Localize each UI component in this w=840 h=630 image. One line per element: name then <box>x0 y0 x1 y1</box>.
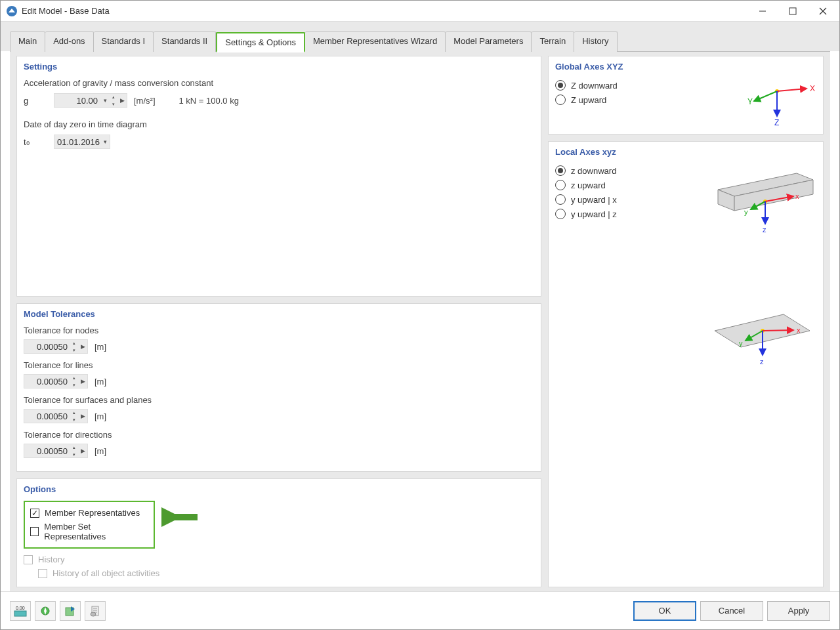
global-axes-panel: Global Axes XYZ Z downward Z upward <box>548 56 824 135</box>
tolerance-unit: [m] <box>94 411 106 421</box>
list-button[interactable] <box>85 601 106 621</box>
svg-rect-27 <box>14 611 26 616</box>
tab-add-ons[interactable]: Add-ons <box>45 32 93 52</box>
settings-panel: Settings Acceleration of gravity / mass … <box>16 56 541 297</box>
chevron-down-icon[interactable]: ▾ <box>100 138 110 145</box>
spin-up-icon[interactable]: ▴ <box>70 409 78 416</box>
svg-text:x: x <box>797 326 801 334</box>
global-axes-diagram: X Y Z <box>724 78 816 127</box>
highlight-annotation: Member Representatives Member Set Repres… <box>24 501 155 549</box>
svg-text:y: y <box>744 208 748 216</box>
options-panel: Options Member Representatives Member Se… <box>16 478 541 587</box>
local-axes-panel: Local Axes xyz z downward z upward y upw… <box>548 141 824 587</box>
footer: 0.00 OK Cancel Apply <box>1 591 839 629</box>
tolerance-unit: [m] <box>94 377 106 387</box>
spin-up-icon[interactable]: ▴ <box>70 374 78 381</box>
local-axes-beam-diagram: x y z <box>705 163 816 236</box>
svg-text:X: X <box>810 84 815 93</box>
tolerances-panel: Model Tolerances Tolerance for nodes0.00… <box>16 303 541 472</box>
global-axes-title: Global Axes XYZ <box>555 62 816 72</box>
export-button[interactable] <box>60 601 81 621</box>
local-z-downward-radio[interactable]: z downward <box>555 163 705 178</box>
tolerances-title: Model Tolerances <box>24 309 534 319</box>
play-icon[interactable]: ▶ <box>78 378 87 385</box>
svg-rect-2 <box>789 8 796 14</box>
t0-symbol: t₀ <box>24 137 38 147</box>
cancel-button[interactable]: Cancel <box>700 601 763 621</box>
gravity-label: Acceleration of gravity / mass conversio… <box>24 78 534 88</box>
play-icon[interactable]: ▶ <box>78 413 87 419</box>
svg-line-7 <box>777 89 807 91</box>
tabs-bar: MainAdd-onsStandards IStandards IISettin… <box>1 22 839 51</box>
tab-settings-options[interactable]: Settings & Options <box>216 32 305 52</box>
local-y-upward-x-radio[interactable]: y upward | x <box>555 192 705 207</box>
settings-title: Settings <box>24 62 534 72</box>
tab-standards-ii[interactable]: Standards II <box>154 32 216 52</box>
window-title: Edit Model - Base Data <box>22 6 747 16</box>
tab-standards-i[interactable]: Standards I <box>94 32 154 52</box>
settings-button[interactable] <box>35 601 56 621</box>
z-upward-radio[interactable]: Z upward <box>555 93 724 107</box>
tolerance-label: Tolerance for surfaces and planes <box>24 395 534 405</box>
local-axes-plane-diagram: x y z <box>555 301 816 373</box>
local-y-upward-z-radio[interactable]: y upward | z <box>555 207 705 221</box>
tolerance-input[interactable]: 0.00050▴▾▶ <box>24 339 88 354</box>
tolerance-input[interactable]: 0.00050▴▾▶ <box>24 374 88 388</box>
g-input[interactable]: 10.00 ▾ ▴▾ ▶ <box>54 93 127 108</box>
maximize-button[interactable] <box>778 1 808 21</box>
units-button[interactable]: 0.00 <box>10 601 31 621</box>
spin-down-icon[interactable]: ▾ <box>110 100 117 108</box>
local-axes-title: Local Axes xyz <box>555 147 816 157</box>
ok-button[interactable]: OK <box>633 601 696 621</box>
tab-history[interactable]: History <box>574 32 617 52</box>
apply-button[interactable]: Apply <box>767 601 830 621</box>
svg-text:y: y <box>739 339 743 347</box>
play-icon[interactable]: ▶ <box>78 343 87 350</box>
options-title: Options <box>24 484 534 494</box>
tolerance-input[interactable]: 0.00050▴▾▶ <box>24 444 88 458</box>
history-checkbox[interactable]: History <box>24 553 534 566</box>
titlebar: Edit Model - Base Data <box>1 1 839 22</box>
svg-text:0.00: 0.00 <box>16 606 25 610</box>
svg-text:z: z <box>763 226 766 234</box>
tab-member-representatives-wizard[interactable]: Member Representatives Wizard <box>305 32 446 52</box>
local-z-upward-radio[interactable]: z upward <box>555 178 705 192</box>
spin-up-icon[interactable]: ▴ <box>70 339 78 346</box>
tolerance-unit: [m] <box>94 446 106 456</box>
t0-input[interactable]: 01.01.2016 ▾ <box>54 135 110 149</box>
svg-text:Z: Z <box>774 118 779 127</box>
member-representatives-checkbox[interactable]: Member Representatives <box>30 506 148 520</box>
play-icon[interactable]: ▶ <box>117 97 127 104</box>
play-icon[interactable]: ▶ <box>78 448 87 454</box>
tab-main[interactable]: Main <box>10 32 45 52</box>
tab-terrain[interactable]: Terrain <box>532 32 574 52</box>
g-unit: [m/s²] <box>134 96 156 106</box>
tolerance-unit: [m] <box>94 342 106 352</box>
g-symbol: g <box>24 96 38 106</box>
history-all-checkbox[interactable]: History of all object activities <box>24 566 534 580</box>
chevron-down-icon[interactable]: ▾ <box>100 97 110 104</box>
minimize-button[interactable] <box>747 1 778 21</box>
g-conversion: 1 kN = 100.0 kg <box>179 96 239 106</box>
date-zero-label: Date of day zero in time diagram <box>24 119 534 129</box>
svg-line-9 <box>754 91 777 101</box>
tab-model-parameters[interactable]: Model Parameters <box>446 32 532 52</box>
spin-down-icon[interactable]: ▾ <box>70 346 78 354</box>
app-icon <box>6 5 18 17</box>
svg-point-35 <box>91 612 96 616</box>
tolerance-label: Tolerance for nodes <box>24 326 534 335</box>
spin-down-icon[interactable]: ▾ <box>70 381 78 388</box>
z-downward-radio[interactable]: Z downward <box>555 78 724 93</box>
tolerance-label: Tolerance for lines <box>24 360 534 370</box>
spin-down-icon[interactable]: ▾ <box>70 451 78 458</box>
svg-line-21 <box>763 330 793 331</box>
spin-down-icon[interactable]: ▾ <box>70 416 78 423</box>
member-set-representatives-checkbox[interactable]: Member Set Representatives <box>30 520 148 543</box>
spin-up-icon[interactable]: ▴ <box>110 93 117 100</box>
close-button[interactable] <box>808 1 838 21</box>
svg-text:z: z <box>760 358 764 366</box>
tolerance-input[interactable]: 0.00050▴▾▶ <box>24 409 88 423</box>
svg-text:Y: Y <box>747 97 753 106</box>
svg-text:x: x <box>795 192 799 200</box>
spin-up-icon[interactable]: ▴ <box>70 444 78 451</box>
